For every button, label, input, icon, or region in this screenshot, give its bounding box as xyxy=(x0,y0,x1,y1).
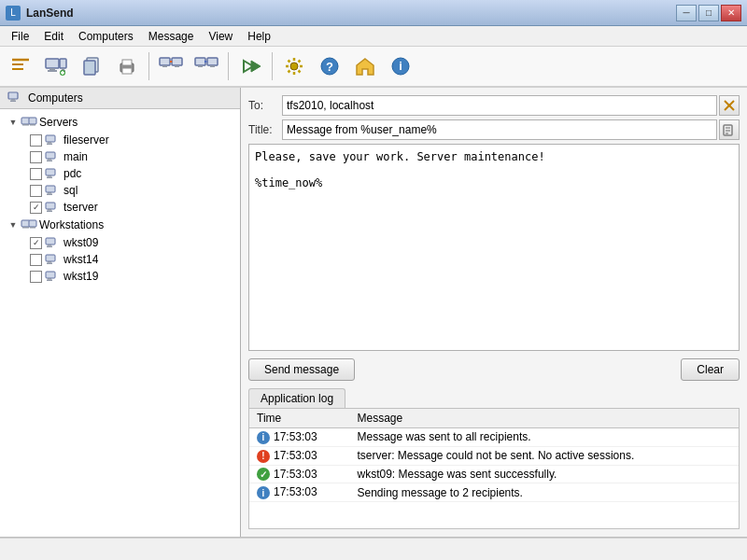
info-button[interactable]: i xyxy=(384,49,417,83)
svg-rect-41 xyxy=(46,152,55,159)
menu-computers[interactable]: Computers xyxy=(71,27,141,46)
wkst09-checkbox[interactable]: ✓ xyxy=(30,237,42,249)
home-button[interactable] xyxy=(348,49,382,83)
computers-tab-label: Computers xyxy=(28,91,83,105)
svg-rect-23 xyxy=(198,65,203,67)
title-edit-button[interactable] xyxy=(719,119,740,140)
pdc-checkbox[interactable] xyxy=(30,168,42,180)
menu-edit[interactable]: Edit xyxy=(36,27,71,46)
clear-button[interactable]: Clear xyxy=(681,358,740,381)
settings-button[interactable] xyxy=(277,49,311,83)
tree-item-main[interactable]: main xyxy=(0,148,240,165)
svg-rect-3 xyxy=(46,59,59,68)
wkst19-checkbox[interactable] xyxy=(30,271,42,283)
svg-rect-64 xyxy=(48,278,51,280)
title-bar: L LanSend ─ □ ✕ xyxy=(0,0,747,26)
new-button[interactable] xyxy=(4,49,37,83)
menu-view[interactable]: View xyxy=(201,27,240,46)
pdc-label: pdc xyxy=(63,167,81,180)
tree-item-wkst14[interactable]: wkst14 xyxy=(0,251,240,268)
menu-message[interactable]: Message xyxy=(141,27,202,46)
tree-item-fileserver[interactable]: fileserver xyxy=(0,132,240,148)
app-log-tab[interactable]: Application log xyxy=(248,388,345,408)
minimize-button[interactable]: ─ xyxy=(676,5,697,21)
print-button[interactable] xyxy=(110,49,144,83)
tree-group-servers[interactable]: ▼ Servers xyxy=(0,113,240,132)
svg-rect-20 xyxy=(175,65,179,67)
svg-rect-58 xyxy=(48,245,51,246)
log-col-message: Message xyxy=(349,409,739,428)
svg-rect-45 xyxy=(48,175,51,177)
tree-item-tserver[interactable]: ✓ tserver xyxy=(0,199,240,216)
send-message-button[interactable]: Send message xyxy=(248,358,355,381)
tree-group-workstations[interactable]: ▼ Workstations xyxy=(0,216,240,234)
tree-area: ▼ Servers xyxy=(0,109,240,537)
servers-expand-arrow[interactable]: ▼ xyxy=(7,117,19,128)
log-icon-info: i xyxy=(257,486,270,499)
main-content: Computers ▼ Servers xyxy=(0,88,747,538)
toolbar-separator-1 xyxy=(148,52,149,80)
arrow-button[interactable] xyxy=(233,49,267,83)
sql-checkbox[interactable] xyxy=(30,185,42,197)
log-message: Message was sent to all recipients. xyxy=(349,428,739,447)
tree-item-sql[interactable]: sql xyxy=(0,182,240,199)
workstations-expand-arrow[interactable]: ▼ xyxy=(7,219,19,231)
tree-item-wkst09[interactable]: ✓ wkst09 xyxy=(0,234,240,251)
computers-tab[interactable]: Computers xyxy=(0,88,240,109)
app-icon: L xyxy=(6,6,21,21)
svg-rect-38 xyxy=(46,135,55,142)
svg-rect-16 xyxy=(122,68,132,74)
log-message: Sending message to 2 recipients. xyxy=(349,483,739,502)
svg-rect-35 xyxy=(22,124,29,126)
tserver-checkbox[interactable]: ✓ xyxy=(30,202,42,214)
app-log-section: Application log Time Message i17:53:03Me… xyxy=(248,388,740,529)
close-button[interactable]: ✕ xyxy=(721,5,741,21)
svg-rect-42 xyxy=(48,159,51,161)
workstations-label: Workstations xyxy=(39,218,104,231)
to-clear-button[interactable] xyxy=(719,95,740,116)
wkst14-checkbox[interactable] xyxy=(30,254,42,266)
svg-rect-17 xyxy=(160,58,170,65)
svg-rect-32 xyxy=(11,99,15,101)
tree-item-wkst19[interactable]: wkst19 xyxy=(0,268,240,285)
menu-file[interactable]: File xyxy=(4,27,36,46)
forward-button[interactable] xyxy=(190,49,223,83)
fileserver-checkbox[interactable] xyxy=(30,134,42,147)
svg-rect-25 xyxy=(210,65,215,67)
svg-rect-57 xyxy=(46,238,55,245)
svg-rect-40 xyxy=(47,143,52,145)
tree-item-pdc[interactable]: pdc xyxy=(0,165,240,182)
log-table-container: Time Message i17:53:03Message was sent t… xyxy=(248,408,740,529)
log-time: !17:53:03 xyxy=(249,446,349,465)
svg-rect-39 xyxy=(48,142,51,144)
help-button[interactable]: ? xyxy=(313,49,346,83)
maximize-button[interactable]: □ xyxy=(698,5,719,21)
svg-rect-24 xyxy=(207,58,218,65)
svg-rect-5 xyxy=(48,70,57,72)
main-checkbox[interactable] xyxy=(30,151,42,163)
title-input[interactable] xyxy=(282,119,717,140)
svg-rect-6 xyxy=(60,59,66,68)
svg-rect-63 xyxy=(46,272,55,278)
log-icon-error: ! xyxy=(257,450,270,463)
menu-bar: File Edit Computers Message View Help xyxy=(0,26,747,47)
log-col-time: Time xyxy=(249,409,349,428)
menu-help[interactable]: Help xyxy=(240,27,278,46)
svg-rect-33 xyxy=(10,101,16,103)
monitor-send-button[interactable] xyxy=(154,49,188,83)
svg-rect-37 xyxy=(30,124,35,126)
status-bar xyxy=(0,538,747,560)
svg-rect-22 xyxy=(195,58,205,65)
add-computer-button[interactable] xyxy=(39,49,73,83)
svg-rect-15 xyxy=(122,60,132,65)
log-time: i17:53:03 xyxy=(249,428,349,447)
svg-rect-44 xyxy=(46,169,55,175)
svg-rect-7 xyxy=(62,68,64,70)
log-tbody: i17:53:03Message was sent to all recipie… xyxy=(249,428,739,502)
right-panel: To: Title: Please, xyxy=(241,88,747,537)
svg-rect-36 xyxy=(29,118,36,124)
to-input[interactable] xyxy=(282,95,717,116)
message-body[interactable]: Please, save your work. Server maintenan… xyxy=(248,144,740,351)
svg-rect-19 xyxy=(172,58,182,65)
copy-button[interactable] xyxy=(75,49,108,83)
